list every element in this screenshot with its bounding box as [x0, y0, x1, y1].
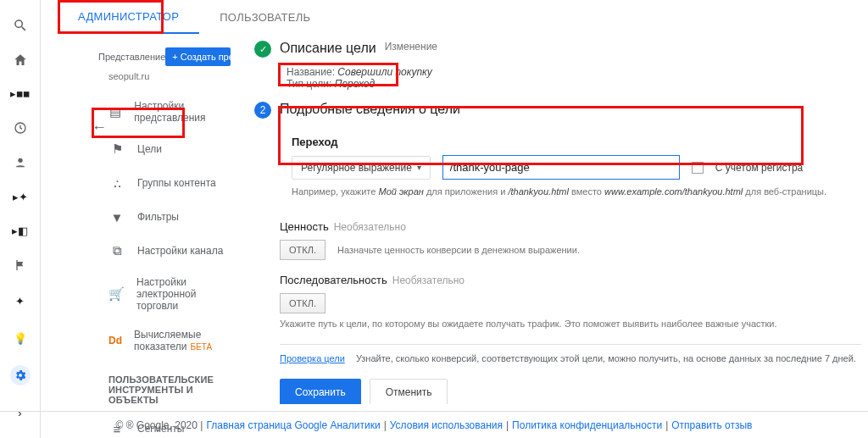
- dd-icon: Dd: [108, 332, 122, 349]
- search-icon[interactable]: [10, 17, 31, 34]
- attribution-icon[interactable]: ✦: [10, 291, 31, 311]
- create-view-button[interactable]: + Создать представл: [165, 47, 231, 66]
- verify-text: Узнайте, сколько конверсий, соответствую…: [356, 353, 856, 363]
- sidebar-heading-tools: ПОЛЬЗОВАТЕЛЬСКИЕ ИНСТРУМЕНТЫ И ОБЪЕКТЫ: [108, 374, 236, 405]
- funnel-section: ПоследовательностьНеобязательно ОТКЛ. Ук…: [280, 274, 861, 329]
- destination-section: Переход Регулярное выражение▾ С учетом р…: [280, 125, 861, 207]
- sidebar-item-calculated-metrics[interactable]: DdВычисляемые показателиБЕТА: [98, 320, 244, 361]
- sidebar-item-goals[interactable]: ⚑Цели: [98, 132, 244, 166]
- footer-feedback-link[interactable]: Отправить отзыв: [671, 419, 752, 431]
- discover-icon[interactable]: 💡: [10, 328, 31, 348]
- funnel-hint: Укажите путь к цели, по которому вы ожид…: [280, 319, 861, 329]
- left-nav: ▸◼◼ ▸✦ ▸◧ ✦ 💡 ›: [0, 0, 41, 438]
- account-name[interactable]: seopult.ru: [108, 71, 244, 81]
- step1-check-icon: ✓: [254, 41, 271, 58]
- sidebar-item-content-groups[interactable]: ⛬Группы контента: [98, 166, 244, 200]
- footer: © ® Google, 2020 | Главная страница Goog…: [0, 411, 868, 438]
- match-type-select[interactable]: Регулярное выражение▾: [292, 156, 431, 180]
- step1-title: Описание цели: [280, 41, 376, 56]
- cart-icon: 🛒: [108, 286, 125, 302]
- person-icon[interactable]: [10, 154, 31, 171]
- top-tabs: АДМИНИСТРАТОР ПОЛЬЗОВАТЕЛЬ: [58, 0, 868, 34]
- funnel-toggle[interactable]: ОТКЛ.: [280, 293, 326, 313]
- people-icon: ⛬: [108, 175, 125, 191]
- sidebar-item-view-settings[interactable]: ▤Настройки представления: [98, 91, 244, 132]
- view-label: Представление: [98, 52, 165, 62]
- footer-home-link[interactable]: Главная страница Google Аналитики: [206, 419, 380, 431]
- goal-editor: ✓ Описание цели Изменение Название: Сове…: [254, 41, 861, 404]
- goal-meta: Название: Совершили покупку Тип цели: Пе…: [280, 63, 861, 93]
- flag-icon: ⚑: [108, 141, 125, 158]
- channel-icon: ⧉: [108, 242, 125, 259]
- value-toggle[interactable]: ОТКЛ.: [280, 240, 326, 260]
- sidebar-item-channel-settings[interactable]: ⧉Настройки канала: [98, 234, 244, 268]
- save-button[interactable]: Сохранить: [280, 379, 361, 404]
- value-hint: Назначьте ценность конверсии в денежном …: [337, 245, 580, 255]
- footer-terms-link[interactable]: Условия использования: [390, 419, 503, 431]
- destination-label: Переход: [292, 136, 849, 148]
- tag-icon[interactable]: ▸✦: [10, 188, 31, 205]
- step2-number-icon: 2: [254, 102, 271, 119]
- admin-sidebar: ← Представление + Создать представл seop…: [41, 34, 244, 404]
- sidebar-item-ecommerce[interactable]: 🛒Настройки электронной торговли: [98, 268, 244, 320]
- folder-icon[interactable]: ▸◧: [10, 222, 31, 239]
- footer-privacy-link[interactable]: Политика конфиденциальности: [512, 419, 662, 431]
- destination-hint: Например, укажите Мой экран для приложен…: [292, 186, 849, 197]
- case-sensitive-label: С учетом регистра: [715, 162, 803, 174]
- step1-edit-link[interactable]: Изменение: [385, 41, 437, 53]
- funnel-icon: ▼: [108, 208, 125, 225]
- caret-down-icon: ▾: [417, 163, 421, 172]
- step2-title: Подробные сведения о цели: [280, 102, 460, 117]
- tab-user[interactable]: ПОЛЬЗОВАТЕЛЬ: [199, 0, 331, 34]
- svg-point-1: [18, 158, 22, 162]
- case-sensitive-checkbox[interactable]: [692, 162, 704, 174]
- dashboard-icon[interactable]: ▸◼◼: [10, 86, 31, 103]
- flag-icon[interactable]: [10, 257, 31, 274]
- cancel-step-button[interactable]: Отменить: [370, 379, 448, 404]
- value-section: ЦенностьНеобязательно ОТКЛ. Назначьте це…: [280, 220, 861, 260]
- clock-icon[interactable]: [10, 119, 31, 136]
- tab-admin[interactable]: АДМИНИСТРАТОР: [58, 0, 199, 34]
- back-arrow-icon[interactable]: ←: [92, 119, 107, 136]
- sidebar-item-filters[interactable]: ▼Фильтры: [98, 200, 244, 234]
- document-icon: ▤: [108, 103, 122, 120]
- admin-gear-icon[interactable]: [10, 365, 31, 385]
- verify-goal-link[interactable]: Проверка цели: [280, 353, 345, 363]
- destination-input[interactable]: [442, 155, 680, 180]
- home-icon[interactable]: [10, 51, 31, 68]
